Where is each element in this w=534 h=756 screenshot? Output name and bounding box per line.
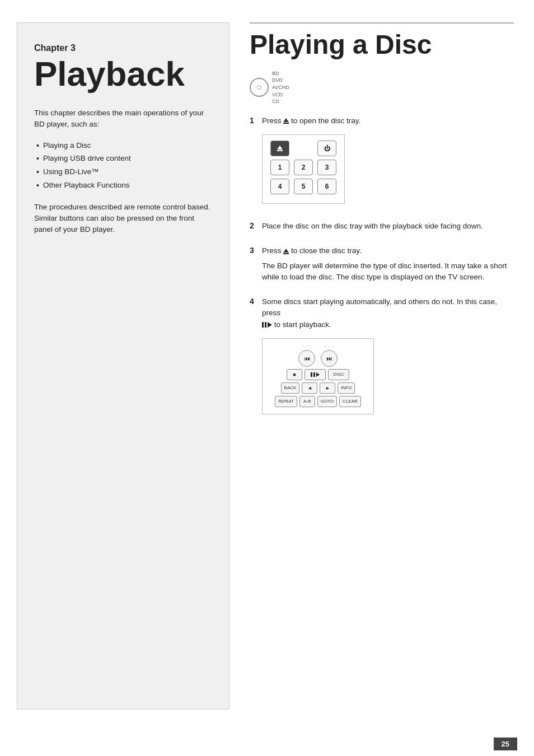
- key-1: 1: [270, 160, 289, 175]
- step-1-content: Press to open the disc tray.: [262, 115, 514, 209]
- play-pause-icon: [262, 322, 272, 328]
- ctrl-row-3: BACK ◄ ► INFO: [268, 382, 368, 394]
- key-6: 6: [317, 179, 336, 194]
- eject-icon: [283, 118, 289, 124]
- chapter-desc: This chapter describes the main operatio…: [34, 108, 212, 130]
- rewind-btn: ⏮: [298, 350, 315, 367]
- disc-circle-icon: [250, 78, 269, 97]
- left-column: Chapter 3 Playback This chapter describe…: [17, 22, 229, 710]
- keypad-diagram: ⏻ 1 2 3 4 5 6: [262, 134, 345, 204]
- bullet-dot: •: [36, 179, 39, 193]
- step-4-content: Some discs start playing automatically, …: [262, 296, 514, 414]
- step-2: 2 Place the disc on the disc tray with t…: [250, 221, 514, 234]
- bullet-list: • Playing a Disc • Playing USB drive con…: [36, 139, 212, 193]
- right-column: Playing a Disc BD DVD AVCHD VCD CD 1 Pre…: [229, 22, 534, 710]
- eject-key: [270, 141, 289, 156]
- keypad-row-3: 4 5 6: [270, 179, 336, 194]
- step-num-4: 4: [250, 296, 262, 306]
- info-btn: INFO: [338, 382, 355, 394]
- page-container: Chapter 3 Playback This chapter describe…: [0, 0, 534, 732]
- prev-btn: ◄: [302, 382, 317, 394]
- step-num-3: 3: [250, 245, 262, 255]
- stop-btn: ■: [287, 369, 302, 380]
- ctrl-diagram: - - - ⏮ - - - ⏭ ■: [262, 338, 374, 415]
- disc-circle-inner: [257, 85, 261, 90]
- ctrl-row-2: ■ DISC: [268, 369, 368, 380]
- step-3: 3 Press to close the disc tray. The BD p…: [250, 245, 514, 285]
- chapter-label: Chapter 3: [34, 43, 212, 53]
- clear-btn: CLEAR: [339, 396, 361, 407]
- play-pause-btn: [305, 369, 326, 380]
- list-item: • Other Playback Functions: [36, 179, 212, 193]
- key-3: 3: [317, 160, 336, 175]
- key-5: 5: [294, 179, 313, 194]
- repeat-btn: REPEAT: [275, 396, 297, 407]
- list-item: • Using BD-Live™: [36, 166, 212, 179]
- keypad-row-2: 1 2 3: [270, 160, 336, 175]
- chapter-note: The procedures described are remote cont…: [34, 202, 212, 236]
- key-2: 2: [294, 160, 313, 175]
- chapter-title: Playback: [34, 55, 212, 92]
- disc-type-badge: BD DVD AVCHD VCD CD: [250, 70, 514, 105]
- page-number: 25: [494, 738, 517, 750]
- ctrl-row-4: REPEAT A-B GOTO CLEAR: [268, 396, 368, 407]
- top-border: [250, 22, 514, 24]
- disc-btn: DISC: [328, 369, 349, 380]
- step-4: 4 Some discs start playing automatically…: [250, 296, 514, 414]
- step-3-content: Press to close the disc tray. The BD pla…: [262, 245, 514, 285]
- bullet-dot: •: [36, 152, 39, 166]
- key-4: 4: [270, 179, 289, 194]
- list-item: • Playing a Disc: [36, 139, 212, 153]
- eject-icon-2: [283, 249, 289, 254]
- disc-labels: BD DVD AVCHD VCD CD: [272, 70, 289, 105]
- step-num-1: 1: [250, 115, 262, 125]
- step-1: 1 Press to open the disc tray.: [250, 115, 514, 209]
- keypad-row-1: ⏻: [270, 141, 336, 156]
- page-footer: 25: [0, 732, 534, 756]
- ab-btn: A-B: [299, 396, 315, 407]
- next-btn: ►: [320, 382, 335, 394]
- bullet-dot: •: [36, 139, 39, 153]
- section-title: Playing a Disc: [250, 30, 514, 60]
- back-btn: BACK: [281, 382, 300, 394]
- fast-forward-btn: ⏭: [321, 350, 338, 367]
- power-key: ⏻: [317, 141, 336, 156]
- step-2-content: Place the disc on the disc tray with the…: [262, 221, 514, 234]
- step-num-2: 2: [250, 221, 262, 230]
- goto-btn: GOTO: [317, 396, 337, 407]
- list-item: • Playing USB drive content: [36, 152, 212, 166]
- bullet-dot: •: [36, 166, 39, 179]
